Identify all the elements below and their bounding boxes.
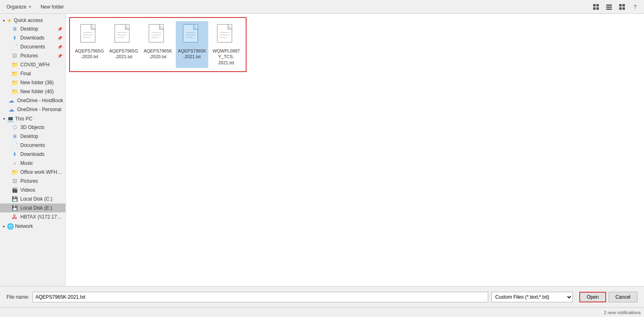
network-label: Network (15, 223, 33, 229)
svg-rect-1 (596, 4, 599, 7)
sidebar-item-music[interactable]: ♪ Music (0, 159, 65, 168)
pin-icon: 📌 (57, 54, 62, 58)
bottom-buttons: Open Cancel (579, 292, 637, 302)
sidebar-item-quick-access[interactable]: ▸ ★ Quick access (0, 15, 65, 24)
video-icon: 🎬 (11, 187, 18, 193)
sidebar-item-new-folder-40[interactable]: 📁 New folder (40) (0, 87, 65, 96)
sidebar-item-downloads-quick[interactable]: ⬇ Downloads 📌 (0, 33, 65, 42)
notification-text: 2 new notifications (604, 310, 641, 315)
svg-rect-5 (606, 7, 612, 8)
sidebar-item-local-disk-c[interactable]: 💾 Local Disk (C:) (0, 195, 65, 203)
file-icon-0 (80, 24, 99, 46)
pc-icon: 💻 (7, 116, 13, 122)
sidebar-item-label: Music (20, 160, 33, 166)
sidebar-item-onedrive-personal[interactable]: ☁ OneDrive - Personal (0, 105, 65, 114)
sidebar-item-label: Pictures (20, 53, 38, 59)
sidebar-item-label: Local Disk (E:) (20, 205, 52, 211)
sidebar-item-label: Desktop (20, 26, 38, 32)
new-folder-label: New folder (41, 4, 64, 10)
desktop-icon: 🖥 (11, 26, 18, 32)
sidebar-item-label: 3D Objects (20, 125, 44, 130)
sidebar-item-label: Documents (20, 142, 45, 148)
cancel-button[interactable]: Cancel (609, 292, 637, 302)
file-name-input[interactable] (33, 292, 488, 302)
sidebar-item-label: Final (20, 71, 31, 77)
download-icon: ⬇ (11, 151, 18, 157)
sidebar-item-pictures[interactable]: 🖼 Pictures (0, 177, 65, 186)
folder-icon: 📁 (11, 61, 18, 68)
file-name-label: File name: (7, 294, 29, 300)
file-label-3: AQEPS7965K-2021.txt (177, 48, 207, 60)
sidebar-item-new-folder-38[interactable]: 📁 New folder (38) (0, 78, 65, 87)
music-icon: ♪ (11, 160, 18, 166)
svg-rect-6 (606, 9, 612, 10)
folder-icon: 📁 (11, 169, 18, 175)
sidebar-item-pictures-quick[interactable]: 🖼 Pictures 📌 (0, 51, 65, 60)
sidebar-item-label: Documents (20, 44, 45, 50)
help-icon[interactable]: ? (629, 1, 641, 13)
sidebar-item-videos[interactable]: 🎬 Videos (0, 186, 65, 195)
sidebar-item-label: Pictures (20, 178, 38, 184)
file-icon-1 (114, 24, 133, 46)
sidebar-item-documents[interactable]: 📄 Documents (0, 141, 65, 150)
sidebar-item-network[interactable]: ▸ 🌐 Network (0, 221, 65, 230)
sidebar-item-office-work[interactable]: 📁 Office work WFH (D (0, 168, 65, 177)
toolbar: Organize ▾ New folder ? (0, 0, 644, 14)
sidebar-item-label: Local Disk (C:) (20, 196, 52, 202)
notification-bar: 2 new notifications (0, 307, 644, 317)
file-item-4[interactable]: WQWPL0987Y_TCS-2021.txt (210, 21, 242, 68)
svg-rect-4 (606, 4, 612, 6)
view-toggle-grid-icon[interactable] (590, 1, 602, 13)
view-toggle-list-icon[interactable] (603, 1, 615, 13)
folder-icon: 📁 (11, 79, 18, 86)
document-icon: 📄 (11, 44, 18, 50)
organize-button[interactable]: Organize ▾ (3, 3, 34, 11)
chevron-right-icon: ▾ (3, 117, 5, 121)
sidebar-item-label: New folder (40) (20, 89, 54, 94)
sidebar-item-label: COVID_WFH (20, 62, 50, 68)
sidebar-item-desktop-quick[interactable]: 🖥 Desktop 📌 (0, 24, 65, 33)
sidebar-item-label: Office work WFH (D (20, 169, 62, 175)
pin-icon: 📌 (57, 45, 62, 49)
svg-rect-9 (619, 7, 622, 10)
file-item-3[interactable]: AQEPS7965K-2021.txt (176, 21, 208, 68)
pin-icon: 📌 (57, 27, 62, 31)
sidebar-item-label: Videos (20, 187, 35, 193)
sidebar-item-covid-wfh[interactable]: 📁 COVID_WFH (0, 60, 65, 69)
file-label-1: AQEPS7965G-2021.txt (109, 48, 138, 60)
sidebar-item-local-disk-e[interactable]: 💾 Local Disk (E:) (0, 203, 65, 212)
sidebar-item-label: New folder (38) (20, 80, 54, 85)
organize-chevron: ▾ (29, 4, 31, 9)
new-folder-button[interactable]: New folder (37, 3, 67, 11)
svg-rect-10 (622, 7, 625, 10)
document-icon: 📄 (11, 142, 18, 149)
sidebar-item-documents-quick[interactable]: 📄 Documents 📌 (0, 42, 65, 51)
sidebar-item-onedrive-hostbook[interactable]: ☁ OneDrive - HostBook (0, 96, 65, 105)
desktop-icon: 🖥 (11, 133, 18, 140)
disk-icon: 💾 (11, 205, 18, 211)
sidebar-item-3d-objects[interactable]: ⬡ 3D Objects (0, 123, 65, 132)
star-icon: ★ (7, 17, 12, 24)
svg-rect-3 (596, 7, 599, 10)
file-item-1[interactable]: AQEPS7965G-2021.txt (107, 21, 140, 68)
network-icon: 🌐 (7, 223, 13, 230)
file-item-2[interactable]: AQEPS7965K-2020.txt (142, 21, 174, 68)
chevron-right-icon: ▸ (3, 224, 5, 228)
sidebar: ▸ ★ Quick access 🖥 Desktop 📌 ⬇ Downloads… (0, 14, 66, 286)
file-type-select[interactable]: Custom Files (*.text;*.txt) (491, 292, 573, 302)
content-area: AQEPS7965G-2020.txt AQEPS7965G-2021.txt (66, 14, 644, 286)
sidebar-item-desktop[interactable]: 🖥 Desktop (0, 132, 65, 141)
file-icon-3 (182, 24, 202, 46)
pictures-icon: 🖼 (11, 178, 18, 184)
sidebar-item-this-pc[interactable]: ▾ 💻 This PC (0, 114, 65, 123)
open-button[interactable]: Open (579, 292, 606, 302)
network-disk-icon: 🖧 (11, 214, 18, 220)
sidebar-item-final[interactable]: 📁 Final (0, 69, 65, 78)
view-extra-icon[interactable] (616, 1, 628, 13)
sidebar-item-label: HBTAX (\\172.17.1.5 (20, 214, 62, 220)
disk-icon: 💾 (11, 196, 18, 202)
file-item-0[interactable]: AQEPS7965G-2020.txt (73, 21, 106, 68)
sidebar-item-downloads[interactable]: ⬇ Downloads (0, 150, 65, 159)
file-selection-box: AQEPS7965G-2020.txt AQEPS7965G-2021.txt (69, 17, 247, 72)
sidebar-item-hbtax[interactable]: 🖧 HBTAX (\\172.17.1.5 (0, 212, 65, 221)
